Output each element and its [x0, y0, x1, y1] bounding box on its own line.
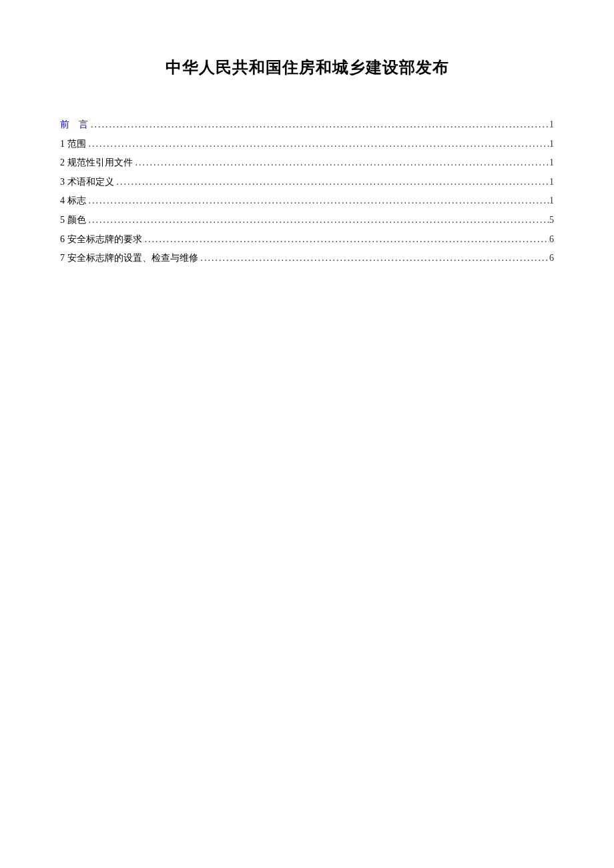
toc-label: 1 范围 [60, 137, 86, 151]
toc-label: 5 颜色 [60, 213, 86, 227]
toc-page-number: 1 [549, 137, 554, 151]
toc-entry[interactable]: 前言 1 [60, 118, 554, 131]
toc-entry[interactable]: 3 术语和定义 1 [60, 175, 554, 189]
toc-page-number: 1 [549, 156, 554, 169]
toc-leader-dots [86, 194, 550, 207]
toc-label: 7 安全标志牌的设置、检查与维修 [60, 252, 198, 265]
toc-leader-dots [114, 175, 550, 189]
toc-page-number: 1 [549, 175, 554, 189]
toc-page-number: 5 [549, 213, 554, 227]
toc-leader-dots [133, 156, 550, 169]
toc-label: 6 安全标志牌的要求 [60, 233, 142, 246]
toc-page-number: 6 [549, 252, 554, 265]
toc-page-number: 6 [549, 233, 554, 246]
toc-label: 4 标志 [60, 194, 86, 207]
toc-entry[interactable]: 5 颜色 5 [60, 213, 554, 227]
toc-entry[interactable]: 2 规范性引用文件 1 [60, 156, 554, 169]
toc-leader-dots [86, 213, 550, 227]
page-container: 中华人民共和国住房和城乡建设部发布 前言 1 1 范围 1 2 规范性引用文件 … [0, 0, 614, 265]
toc-leader-dots [88, 118, 549, 131]
toc-label: 2 规范性引用文件 [60, 156, 133, 169]
toc-page-number: 1 [549, 194, 554, 207]
toc-label-text: 前 [60, 119, 79, 129]
toc-entry[interactable]: 4 标志 1 [60, 194, 554, 207]
toc-entry[interactable]: 7 安全标志牌的设置、检查与维修 6 [60, 252, 554, 265]
toc-leader-dots [86, 137, 550, 151]
toc-page-number: 1 [549, 118, 554, 131]
toc-leader-dots [142, 233, 550, 246]
toc-label: 3 术语和定义 [60, 175, 114, 189]
table-of-contents: 前言 1 1 范围 1 2 规范性引用文件 1 3 术语和定义 1 4 标志 1… [60, 118, 554, 265]
toc-label: 前言 [60, 118, 88, 131]
toc-entry[interactable]: 6 安全标志牌的要求 6 [60, 233, 554, 246]
page-title: 中华人民共和国住房和城乡建设部发布 [60, 57, 554, 78]
toc-label-text-tail: 言 [79, 119, 88, 129]
toc-leader-dots [198, 252, 550, 265]
toc-entry[interactable]: 1 范围 1 [60, 137, 554, 151]
